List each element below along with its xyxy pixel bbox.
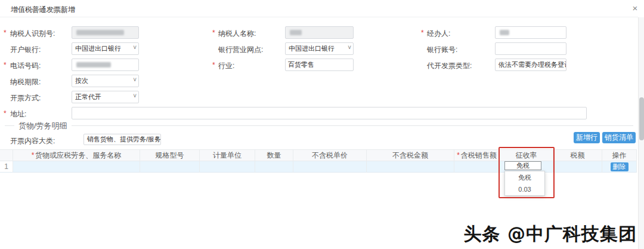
- category-select[interactable]: 销售货物、提供劳务/服务˅: [83, 134, 161, 145]
- spec-cell[interactable]: [140, 161, 200, 173]
- scrollbar-thumb[interactable]: [639, 97, 644, 140]
- col-goods-name: *货物或应税劳务、服务名称: [13, 150, 140, 161]
- col-unit-price: 不含税单价: [293, 150, 367, 161]
- operation-cell: 删除: [602, 161, 637, 173]
- field-label: 经办人:: [427, 29, 450, 39]
- handler-input[interactable]: [495, 26, 566, 39]
- field-label: 银行账号:: [427, 45, 457, 55]
- chevron-down-icon: ˅: [133, 75, 137, 85]
- field-label: 开票方式:: [10, 93, 41, 103]
- col-tax-incl-amount: *含税销售额: [454, 150, 500, 161]
- levy-rate-select[interactable]: 免税: [504, 161, 541, 170]
- tax-cell: [553, 161, 602, 173]
- rate-option-003[interactable]: 0.03: [505, 183, 544, 195]
- clipped-section-label: 纳税人信息: [31, 8, 73, 16]
- goods-name-cell[interactable]: [13, 161, 140, 173]
- unit-cell[interactable]: [200, 161, 255, 173]
- col-index: [0, 150, 13, 161]
- col-quantity: 数量: [255, 150, 293, 161]
- amount-cell[interactable]: [367, 161, 454, 173]
- table-header-row: *货物或应税劳务、服务名称 规格型号 计量单位 数量 不含税单价 不含税金额 *…: [0, 149, 637, 161]
- tax-incl-amount-cell[interactable]: [454, 161, 500, 173]
- add-row-button[interactable]: 新增行: [574, 132, 600, 143]
- field-label: 纳税期限:: [10, 77, 41, 87]
- tax-period-select[interactable]: 按次˅: [72, 75, 139, 87]
- field-label: 代开发票类型:: [427, 61, 472, 71]
- required-marker: *: [421, 29, 424, 37]
- levy-rate-dropdown: 免税 0.03: [504, 171, 545, 196]
- rate-option-exempt[interactable]: 免税: [505, 171, 544, 183]
- delete-button[interactable]: 删除: [611, 162, 628, 171]
- col-spec: 规格型号: [140, 150, 200, 161]
- sales-list-button[interactable]: 销货清单: [602, 132, 636, 143]
- field-bank-account: 银行账号:: [0, 42, 638, 55]
- unit-price-cell[interactable]: [293, 161, 367, 173]
- required-marker: *: [4, 109, 7, 118]
- col-levy-rate: 征收率: [500, 150, 553, 161]
- redacted-value: [500, 30, 509, 35]
- field-issue-mode: 开票方式: 正常代开˅: [0, 91, 638, 103]
- col-amount: 不含税金额: [367, 150, 454, 161]
- invoice-modal: 增值税普通发票新增 × 纳税人信息 * 纳税人识别号: * 纳税人名称: * 经…: [0, 0, 644, 249]
- col-operation: 操作: [602, 150, 637, 161]
- quantity-cell[interactable]: [255, 161, 293, 173]
- field-handler: * 经办人:: [0, 26, 638, 39]
- chevron-down-icon: ˅: [133, 91, 137, 102]
- vertical-scrollbar: [638, 17, 644, 249]
- field-address: * 地址:: [0, 107, 638, 119]
- close-icon[interactable]: ×: [630, 3, 640, 14]
- chevron-down-icon: ˅: [155, 134, 159, 143]
- header-divider: [0, 17, 638, 17]
- watermark-text: 头条 @中广科技集团: [464, 222, 637, 247]
- section-divider: [5, 125, 633, 126]
- chevron-down-icon: ˅: [561, 59, 564, 69]
- field-label: 地址:: [10, 109, 26, 119]
- issue-mode-select[interactable]: 正常代开˅: [72, 91, 139, 103]
- category-label: 开票内容大类:: [10, 136, 55, 146]
- field-invoice-type: 代开发票类型: 依法不需要办理税务登记证˅: [0, 59, 638, 71]
- row-index: 1: [0, 161, 13, 173]
- col-unit: 计量单位: [200, 150, 255, 161]
- address-input[interactable]: [72, 107, 587, 119]
- field-tax-period: 纳税期限: 按次˅: [0, 75, 638, 87]
- invoice-type-select[interactable]: 依法不需要办理税务登记证˅: [495, 59, 566, 71]
- col-tax: 税额: [553, 150, 602, 161]
- bank-account-input[interactable]: [495, 42, 566, 55]
- section-legend: 货物/劳务明细: [14, 121, 72, 131]
